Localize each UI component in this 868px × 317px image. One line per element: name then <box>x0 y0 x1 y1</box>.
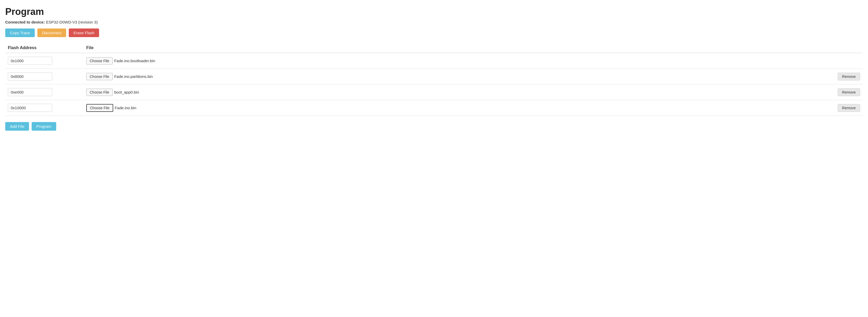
copy-trace-button[interactable]: Copy Trace <box>5 29 35 37</box>
choose-file-button[interactable]: Choose File <box>86 104 113 112</box>
disconnect-button[interactable]: Disconnect <box>37 29 66 37</box>
program-button[interactable]: Program <box>32 122 56 131</box>
file-name: Fade.ino.bootloader.bin <box>114 59 155 63</box>
file-name: boot_app0.bin <box>114 90 139 94</box>
col-header-action <box>831 43 863 53</box>
table-row: Choose FileFade.ino.bootloader.bin <box>5 53 863 69</box>
col-header-address: Flash Address <box>5 43 84 53</box>
remove-button[interactable]: Remove <box>838 73 860 81</box>
file-name: Fade.ino.bin <box>115 105 136 110</box>
page-title: Program <box>5 6 863 17</box>
flash-address-input[interactable] <box>8 104 52 112</box>
flash-address-input[interactable] <box>8 57 52 65</box>
table-row: Choose FileFade.ino.binRemove <box>5 100 863 116</box>
add-file-button[interactable]: Add File <box>5 122 29 131</box>
file-cell: Choose FileFade.ino.bootloader.bin <box>86 57 829 65</box>
choose-file-button[interactable]: Choose File <box>86 89 113 96</box>
remove-button[interactable]: Remove <box>838 88 860 96</box>
file-name: Fade.ino.partitions.bin <box>114 74 153 79</box>
table-row: Choose Fileboot_app0.binRemove <box>5 85 863 100</box>
flash-address-input[interactable] <box>8 88 52 96</box>
choose-file-button[interactable]: Choose File <box>86 73 113 80</box>
bottom-toolbar: Add File Program <box>5 122 863 131</box>
flash-address-input[interactable] <box>8 72 52 81</box>
file-cell: Choose Fileboot_app0.bin <box>86 89 829 96</box>
table-row: Choose FileFade.ino.partitions.binRemove <box>5 69 863 85</box>
file-cell: Choose FileFade.ino.partitions.bin <box>86 73 829 80</box>
remove-button[interactable]: Remove <box>838 104 860 112</box>
flash-table: Flash Address File Choose FileFade.ino.b… <box>5 43 863 116</box>
erase-flash-button[interactable]: Erase Flash <box>69 29 99 37</box>
connected-info: Connected to device: ESP32-D0WD-V3 (revi… <box>5 20 863 24</box>
col-header-file: File <box>84 43 831 53</box>
file-cell: Choose FileFade.ino.bin <box>86 104 829 112</box>
toolbar: Copy Trace Disconnect Erase Flash <box>5 29 863 37</box>
choose-file-button[interactable]: Choose File <box>86 57 113 65</box>
